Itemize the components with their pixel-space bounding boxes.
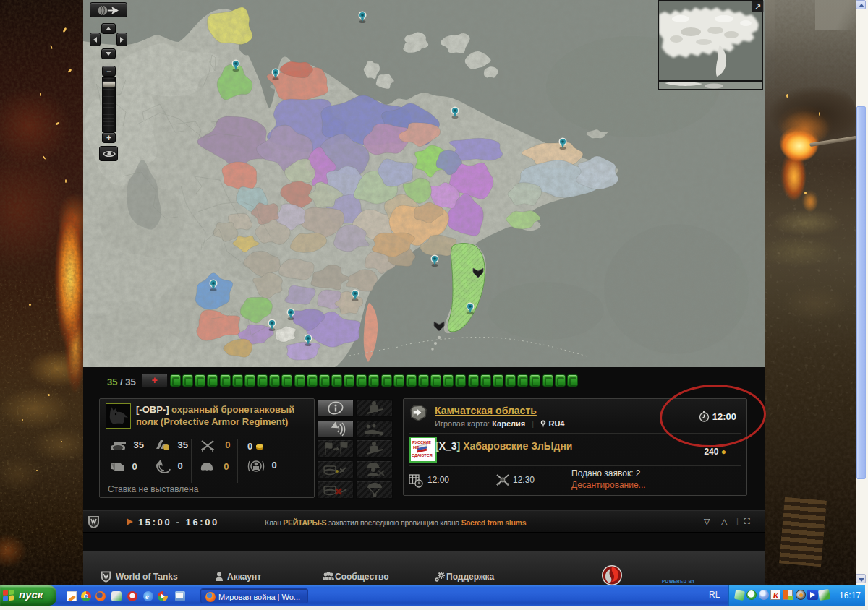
svg-text:РУССКИЕ: РУССКИЕ [412,440,431,444]
svg-text:НЕ: НЕ [413,445,419,450]
svg-text:СДАЮТСЯ: СДАЮТСЯ [412,453,433,458]
